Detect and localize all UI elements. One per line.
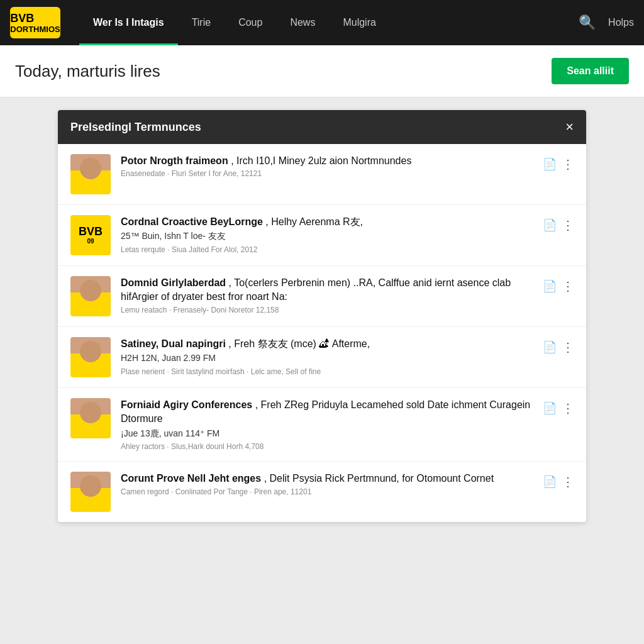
item-title-rest: , Delit Psysia Rick Pertmnund, for Otomo… bbox=[264, 473, 494, 484]
nav-item-trie[interactable]: Tirie bbox=[178, 0, 225, 45]
more-options-icon[interactable]: ⋮ bbox=[562, 474, 574, 489]
item-content: Cordnal Croactive BeyLornge , Helhy Aere… bbox=[121, 215, 533, 254]
more-options-icon[interactable]: ⋮ bbox=[562, 340, 574, 355]
item-content: Satiney, Dual napingri , Freh 祭友友 (mce) … bbox=[121, 337, 533, 376]
item-content: Potor Nrogth fraimeon , Irch I10,I Miney… bbox=[121, 154, 533, 178]
item-subtitle: H2H 12N, Juan 2.99 FM bbox=[121, 352, 533, 365]
item-title: Satiney, Dual napingri , Freh 祭友友 (mce) … bbox=[121, 337, 533, 351]
list-item: Forniaid Agiry Conferences , Freh ZReg P… bbox=[58, 388, 586, 462]
logo-tagline: DORTHMIOS bbox=[10, 25, 60, 33]
item-title: Forniaid Agiry Conferences , Freh ZReg P… bbox=[121, 398, 533, 426]
list-item: BVB 09 Cordnal Croactive BeyLornge , Hel… bbox=[58, 205, 586, 266]
item-title-rest: , Irch I10,I Miney 2ulz aion Nortmnundes bbox=[231, 155, 411, 166]
item-title-rest: , Freh 祭友友 (mce) 🏕 Afterme, bbox=[228, 338, 370, 349]
close-button[interactable]: × bbox=[565, 120, 574, 134]
club-logo[interactable]: BVB DORTHMIOS bbox=[10, 7, 60, 38]
item-title: Cordnal Croactive BeyLornge , Helhy Aere… bbox=[121, 215, 533, 229]
item-title: Corunt Prove Nell Jeht enges , Delit Psy… bbox=[121, 472, 533, 486]
item-title-rest: , Helhy Aerenma R友, bbox=[265, 216, 363, 227]
page-title: Today, marturis lires bbox=[15, 62, 160, 81]
modal-title: Prelsedingl Termnunces bbox=[70, 121, 201, 134]
item-title-bold: Forniaid Agiry Conferences bbox=[121, 399, 252, 410]
logo-bvb-text: BVB bbox=[10, 12, 60, 25]
more-options-icon[interactable]: ⋮ bbox=[562, 279, 574, 294]
bookmark-icon[interactable]: 📄 bbox=[543, 475, 557, 489]
search-icon[interactable]: 🔍 bbox=[579, 14, 596, 31]
avatar bbox=[70, 398, 111, 438]
item-title-bold: Satiney, Dual napingri bbox=[121, 338, 226, 349]
nav-right: 🔍 Holps bbox=[579, 14, 634, 31]
avatar: BVB 09 bbox=[70, 215, 111, 255]
item-actions: 📄 ⋮ bbox=[543, 218, 574, 233]
item-actions: 📄 ⋮ bbox=[543, 401, 574, 416]
nav-links: Wer Is I Intagis Tirie Coup News Mulgira bbox=[79, 0, 579, 45]
notifications-list: Potor Nrogth fraimeon , Irch I10,I Miney… bbox=[58, 144, 586, 522]
item-actions: 📄 ⋮ bbox=[543, 340, 574, 355]
nav-item-news[interactable]: News bbox=[276, 0, 329, 45]
item-title-bold: Corunt Prove Nell Jeht enges bbox=[121, 473, 261, 484]
item-meta: Letas rerqute · Siua Jalted For Alol, 20… bbox=[121, 245, 533, 254]
avatar bbox=[70, 154, 111, 194]
list-item: Potor Nrogth fraimeon , Irch I10,I Miney… bbox=[58, 144, 586, 205]
nav-item-wer-is-intagis[interactable]: Wer Is I Intagis bbox=[79, 0, 178, 45]
bookmark-icon[interactable]: 📄 bbox=[543, 340, 557, 354]
item-actions: 📄 ⋮ bbox=[543, 157, 574, 172]
item-content: Corunt Prove Nell Jeht enges , Delit Psy… bbox=[121, 472, 533, 496]
item-meta: Plase nerient · Sirit lastylind moirfash… bbox=[121, 367, 533, 376]
item-content: Forniaid Agiry Conferences , Freh ZReg P… bbox=[121, 398, 533, 451]
bookmark-icon[interactable]: 📄 bbox=[543, 218, 557, 232]
item-content: Domnid Girlylaberdad , To(cerlers Perbre… bbox=[121, 276, 533, 314]
avatar bbox=[70, 337, 111, 377]
item-actions: 📄 ⋮ bbox=[543, 279, 574, 294]
item-title-bold: Cordnal Croactive BeyLornge bbox=[121, 216, 263, 227]
bookmark-icon[interactable]: 📄 bbox=[543, 401, 557, 415]
item-title-bold: Domnid Girlylaberdad bbox=[121, 277, 226, 288]
sean-alliit-button[interactable]: Sean alliit bbox=[552, 58, 629, 84]
item-meta: Ahley ractors · Slus,Hark dounl Horh 4,7… bbox=[121, 442, 533, 451]
item-title-bold: Potor Nrogth fraimeon bbox=[121, 155, 228, 166]
nav-item-mulgira[interactable]: Mulgira bbox=[329, 0, 389, 45]
item-subtitle: 25™ Buin, Ishn T loe- 友友 bbox=[121, 230, 533, 243]
main-content: Prelsedingl Termnunces × Potor Nrogth fr… bbox=[0, 97, 644, 644]
item-meta: Enasenedate · Fluri Seter I for Ane, 121… bbox=[121, 169, 533, 178]
list-item: Domnid Girlylaberdad , To(cerlers Perbre… bbox=[58, 266, 586, 327]
item-title: Potor Nrogth fraimeon , Irch I10,I Miney… bbox=[121, 154, 533, 168]
item-actions: 📄 ⋮ bbox=[543, 474, 574, 489]
list-item: Satiney, Dual napingri , Freh 祭友友 (mce) … bbox=[58, 327, 586, 388]
more-options-icon[interactable]: ⋮ bbox=[562, 218, 574, 233]
modal-header: Prelsedingl Termnunces × bbox=[58, 110, 586, 144]
item-meta: Camen regord · Conlinated Por Tange · Pi… bbox=[121, 487, 533, 496]
bookmark-icon[interactable]: 📄 bbox=[543, 279, 557, 293]
bookmark-icon[interactable]: 📄 bbox=[543, 157, 557, 171]
list-item: Corunt Prove Nell Jeht enges , Delit Psy… bbox=[58, 462, 586, 522]
more-options-icon[interactable]: ⋮ bbox=[562, 401, 574, 416]
avatar bbox=[70, 276, 111, 316]
more-options-icon[interactable]: ⋮ bbox=[562, 157, 574, 172]
item-subtitle: ¡Jue 13鹿, uvan 114⁺ FM bbox=[121, 428, 533, 440]
navbar: BVB DORTHMIOS Wer Is I Intagis Tirie Cou… bbox=[0, 0, 644, 45]
item-meta: Lemu reatach · Frenasely- Doni Noretor 1… bbox=[121, 306, 533, 314]
page-header: Today, marturis lires Sean alliit bbox=[0, 45, 644, 97]
help-link[interactable]: Holps bbox=[608, 17, 634, 28]
modal-panel: Prelsedingl Termnunces × Potor Nrogth fr… bbox=[58, 110, 586, 522]
item-title: Domnid Girlylaberdad , To(cerlers Perbre… bbox=[121, 276, 533, 304]
avatar bbox=[70, 472, 111, 512]
nav-item-coup[interactable]: Coup bbox=[225, 0, 276, 45]
